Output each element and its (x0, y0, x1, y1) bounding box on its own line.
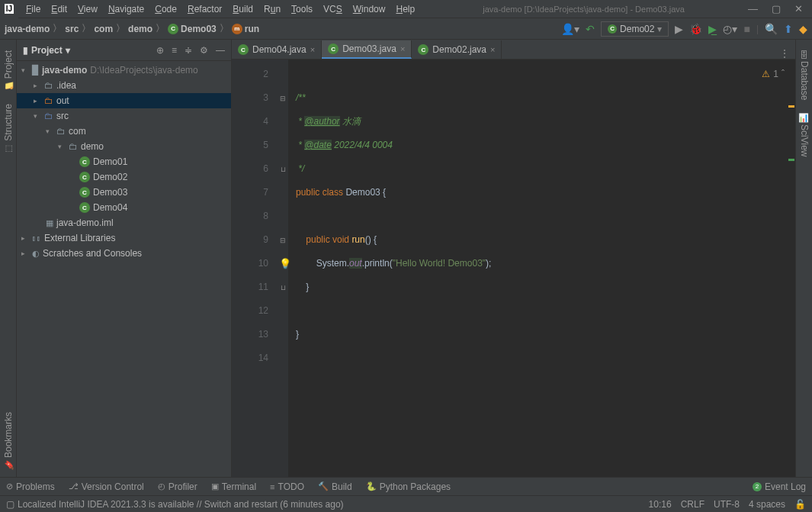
project-panel-header: ▮ Project ▾ ⊕ ≡ ≑ ⚙ — (17, 40, 231, 61)
bc-src[interactable]: src (65, 24, 79, 34)
menu-build[interactable]: Build (228, 2, 258, 17)
menu-run[interactable]: Run (259, 2, 285, 17)
database-tool-button[interactable]: 🗄 Database (799, 50, 810, 100)
bc-demo[interactable]: demo (128, 24, 152, 34)
minimize-icon[interactable]: — (748, 3, 758, 14)
ide-tools-icon[interactable]: ◆ (799, 23, 807, 35)
left-tool-stripe: 📁 Project ⬚ Structure 🔖 Bookmarks (0, 40, 17, 477)
tree-demo[interactable]: ▾🗀demo (17, 139, 231, 154)
close-tab-icon[interactable]: × (400, 44, 405, 53)
tree-out[interactable]: ▸🗀out (17, 93, 231, 108)
vcs-tool-button[interactable]: ⎇ Version Control (69, 481, 144, 492)
tree-src[interactable]: ▾🗀src (17, 108, 231, 124)
menu-window[interactable]: Window (348, 2, 390, 17)
right-tool-stripe: 🗄 Database 📊 SciView (795, 40, 812, 477)
python-tool-button[interactable]: 🐍 Python Packages (366, 481, 451, 492)
hide-icon[interactable]: — (216, 45, 225, 56)
class-icon: C (418, 44, 428, 55)
collapse-icon[interactable]: ≑ (185, 45, 192, 56)
class-icon: C (608, 24, 617, 34)
tree-libs[interactable]: ▸⫾⫾External Libraries (17, 230, 231, 246)
terminal-tool-button[interactable]: ▣ Terminal (211, 481, 256, 492)
menu-refactor[interactable]: Refactor (183, 2, 226, 17)
maximize-icon[interactable]: ▢ (772, 3, 781, 14)
menu-code[interactable]: Code (150, 2, 181, 17)
bc-method[interactable]: run (245, 24, 259, 34)
coverage-icon[interactable]: ▶̲ (708, 23, 717, 35)
project-panel-title[interactable]: ▮ Project ▾ (23, 45, 70, 56)
editor-tab[interactable]: CDemo04.java× (232, 40, 322, 59)
scratch-icon: ◐ (32, 249, 40, 259)
project-panel: ▮ Project ▾ ⊕ ≡ ≑ ⚙ — ▾▉ java-demo D:\Id… (17, 40, 232, 477)
run-button-icon[interactable]: ▶ (675, 23, 683, 35)
build-tool-button[interactable]: 🔨 Build (318, 481, 352, 492)
editor-tab[interactable]: CDemo03.java× (322, 40, 412, 59)
indent-config[interactable]: 4 spaces (749, 499, 785, 510)
stop-icon[interactable]: ■ (743, 23, 749, 35)
method-icon: m (232, 24, 242, 34)
settings-icon[interactable]: ⚙ (200, 45, 208, 56)
readonly-toggle-icon[interactable]: 🔓 (794, 499, 806, 510)
error-stripe[interactable] (788, 60, 795, 477)
project-tree[interactable]: ▾▉ java-demo D:\IdeaProjects\java-demo ▸… (17, 61, 231, 477)
close-tab-icon[interactable]: × (490, 45, 495, 54)
inspection-widget[interactable]: ⚠1 ˆ ˇ (762, 63, 791, 86)
bc-com[interactable]: com (94, 24, 113, 34)
code-content[interactable]: ⚠1 ˆ ˇ /** * @author 水滴 * @date 2022/4/4… (288, 60, 795, 477)
file-encoding[interactable]: UTF-8 (714, 499, 740, 510)
profile-icon[interactable]: ◴▾ (723, 23, 737, 35)
event-log-button[interactable]: 2 Event Log (753, 481, 806, 492)
line-separator[interactable]: CRLF (681, 499, 704, 510)
menu-vcs[interactable]: VCS (319, 2, 347, 17)
structure-tool-button[interactable]: ⬚ Structure (3, 104, 14, 154)
sync-icon[interactable]: ⬆ (784, 23, 793, 35)
class-icon: C (328, 43, 339, 54)
back-arrow-icon[interactable]: ↶ (586, 23, 595, 35)
bc-project[interactable]: java-demo (5, 24, 50, 34)
code-editor[interactable]: 234567891011121314 ⊟⊔⊟⊔ ⚠1 ˆ ˇ /** * @au… (232, 60, 795, 477)
status-message[interactable]: ▢ Localized IntelliJ IDEA 2021.3.3 is av… (6, 499, 344, 510)
caret-position[interactable]: 10:16 (649, 499, 672, 510)
navigation-bar: java-demo 〉 src 〉 com 〉 demo 〉 C Demo03 … (0, 18, 812, 40)
tree-class[interactable]: CDemo03 (17, 185, 231, 200)
bc-class[interactable]: Demo03 (181, 24, 217, 34)
tree-iml[interactable]: ▦java-demo.iml (17, 215, 231, 230)
target-icon[interactable]: ⊕ (156, 45, 164, 56)
menu-navigate[interactable]: Navigate (104, 2, 149, 17)
tree-class[interactable]: CDemo02 (17, 169, 231, 185)
menu-tools[interactable]: Tools (287, 2, 317, 17)
intention-bulb-icon[interactable]: 💡 (279, 252, 291, 275)
editor-tab[interactable]: CDemo02.java× (412, 40, 502, 59)
close-tab-icon[interactable]: × (310, 45, 315, 54)
library-icon: ⫾⫾ (32, 233, 41, 243)
line-gutter[interactable]: 234567891011121314 (232, 60, 278, 477)
sciview-tool-button[interactable]: 📊 SciView (799, 112, 810, 157)
tree-com[interactable]: ▾🗀com (17, 124, 231, 139)
bottom-tool-stripe: ⊘ Problems ⎇ Version Control ◴ Profiler … (0, 477, 812, 495)
add-user-icon[interactable]: 👤▾ (561, 23, 579, 35)
menubar: File Edit View Navigate Code Refactor Bu… (18, 2, 419, 17)
tree-class[interactable]: CDemo01 (17, 154, 231, 169)
menu-edit[interactable]: Edit (47, 2, 72, 17)
problems-tool-button[interactable]: ⊘ Problems (6, 481, 55, 492)
close-icon[interactable]: ✕ (794, 3, 803, 14)
run-config-selector[interactable]: C Demo02 ▾ (601, 21, 669, 37)
todo-tool-button[interactable]: ≡ TODO (270, 481, 304, 492)
editor-area: CDemo04.java× CDemo03.java× CDemo02.java… (232, 40, 795, 477)
tree-idea[interactable]: ▸🗀.idea (17, 78, 231, 93)
search-icon[interactable]: 🔍 (765, 23, 778, 35)
debug-button-icon[interactable]: 🐞 (689, 23, 702, 35)
bookmarks-tool-button[interactable]: 🔖 Bookmarks (3, 412, 14, 471)
tree-root[interactable]: ▾▉ java-demo D:\IdeaProjects\java-demo (17, 63, 231, 78)
menu-help[interactable]: Help (391, 2, 419, 17)
menu-file[interactable]: File (21, 2, 45, 17)
tabs-more-icon[interactable]: ⋮ (774, 48, 795, 59)
profiler-tool-button[interactable]: ◴ Profiler (158, 481, 197, 492)
breadcrumb[interactable]: java-demo 〉 src 〉 com 〉 demo 〉 C Demo03 … (5, 22, 259, 35)
class-icon: C (79, 187, 90, 198)
menu-view[interactable]: View (73, 2, 102, 17)
tree-scratches[interactable]: ▸◐Scratches and Consoles (17, 246, 231, 261)
tree-class[interactable]: CDemo04 (17, 200, 231, 215)
project-tool-button[interactable]: 📁 Project (3, 50, 14, 92)
expand-icon[interactable]: ≡ (172, 45, 177, 56)
